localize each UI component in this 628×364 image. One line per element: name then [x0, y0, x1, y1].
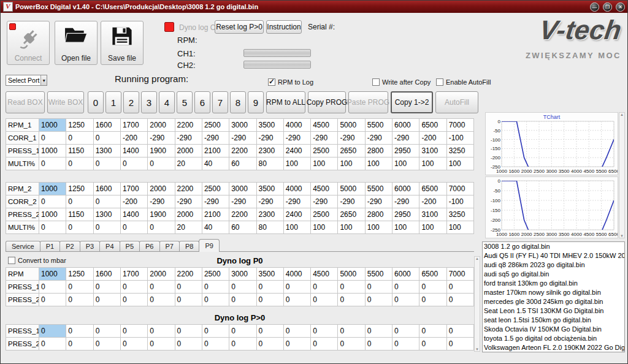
grid-cell[interactable]: -290	[392, 132, 419, 145]
grid-cell[interactable]: 100	[283, 157, 310, 170]
grid-cell[interactable]: 2800	[365, 145, 392, 157]
grid-cell[interactable]: 40	[202, 157, 229, 170]
save-file-button[interactable]: Save file	[101, 21, 144, 65]
grid-cell[interactable]: 1600	[93, 119, 120, 132]
grid-cell[interactable]: -290	[392, 195, 419, 208]
grid-cell[interactable]: 6500	[419, 119, 446, 132]
grid-cell[interactable]: 0	[256, 281, 283, 294]
tab-p1[interactable]: P1	[40, 241, 60, 252]
grid-cell[interactable]: 2650	[338, 208, 365, 221]
grid-cell[interactable]: 2650	[338, 145, 365, 157]
chart-scrollbar[interactable]: ▲▼	[619, 112, 625, 238]
grid-cell[interactable]: 0	[446, 294, 473, 306]
tab-p5[interactable]: P5	[120, 241, 140, 252]
grid-cell[interactable]: 5500	[365, 119, 392, 132]
grid-cell[interactable]: -290	[148, 132, 175, 145]
grid-cell[interactable]: 3100	[419, 208, 446, 221]
grid-cell[interactable]: 3250	[446, 145, 473, 157]
grid-cell[interactable]: 2400	[283, 208, 310, 221]
grid-cell[interactable]: 80	[256, 157, 283, 170]
grid-cell[interactable]: -290	[283, 132, 310, 145]
grid-cell[interactable]: 40	[202, 221, 229, 234]
digit-9-button[interactable]: 9	[248, 91, 264, 113]
grid-cell[interactable]: 0	[39, 281, 66, 294]
grid-cell[interactable]: 100	[419, 221, 446, 234]
grid-cell[interactable]: 2200	[229, 145, 256, 157]
grid-cell[interactable]: 0	[66, 325, 93, 338]
grid-cell[interactable]: 2200	[175, 183, 202, 195]
grid-cell[interactable]: 3500	[256, 268, 283, 281]
file-list-item[interactable]: mercedes gle 300d 245km go digital.bin	[483, 297, 624, 306]
grid-cell[interactable]: 0	[365, 338, 392, 351]
grid-cell[interactable]: 0	[66, 195, 93, 208]
grid-cell[interactable]: 2100	[202, 208, 229, 221]
grid-cell[interactable]: 0	[93, 325, 120, 338]
grid-cell[interactable]: 60	[229, 157, 256, 170]
grid-cell[interactable]: 1000	[39, 119, 66, 132]
grid-cell[interactable]: 1700	[120, 183, 147, 195]
grid-cell[interactable]: 100	[446, 221, 473, 234]
grid-cell[interactable]: 0	[419, 325, 446, 338]
read-box-button[interactable]: Read BOX	[6, 91, 45, 113]
grid-cell[interactable]: 20	[175, 157, 202, 170]
grid-cell[interactable]: 2500	[202, 119, 229, 132]
grid-cell[interactable]: 0	[365, 294, 392, 306]
grid-cell[interactable]: 0	[175, 325, 202, 338]
grid-cell[interactable]: 3000	[229, 119, 256, 132]
grid-cell[interactable]: 0	[311, 338, 338, 351]
grid-cell[interactable]: -200	[419, 132, 446, 145]
grid-cell[interactable]: 0	[39, 195, 66, 208]
grid-cell[interactable]: 1600	[93, 183, 120, 195]
grid-cell[interactable]: 5000	[338, 268, 365, 281]
grid-cell[interactable]: 100	[392, 221, 419, 234]
file-list-item[interactable]: audi q8 286km 2023 go digital.bin	[483, 260, 624, 270]
grid-cell[interactable]: 4000	[283, 268, 310, 281]
grid-cell[interactable]: 0	[39, 338, 66, 351]
grid-cell[interactable]: 2300	[256, 208, 283, 221]
grid-cell[interactable]: 1700	[120, 268, 147, 281]
grid-cell[interactable]: 0	[120, 157, 147, 170]
digit-6-button[interactable]: 6	[194, 91, 210, 113]
digit-3-button[interactable]: 3	[141, 91, 157, 113]
write-after-copy-checkbox[interactable]: Write after Copy	[372, 78, 431, 86]
copy-1-to-2-button[interactable]: Copy 1->2	[391, 91, 433, 113]
grid-cell[interactable]: -290	[311, 132, 338, 145]
grid-cell[interactable]: 2500	[311, 208, 338, 221]
grid-cell[interactable]: 0	[229, 338, 256, 351]
grid-cell[interactable]: 100	[392, 157, 419, 170]
minimize-button[interactable]: —	[590, 2, 599, 12]
grid-cell[interactable]: 0	[202, 325, 229, 338]
grid-cell[interactable]: 100	[338, 157, 365, 170]
grid-cell[interactable]: 0	[392, 338, 419, 351]
grid-cell[interactable]: 1000	[39, 268, 66, 281]
grid-cell[interactable]: -290	[202, 132, 229, 145]
grid-cell[interactable]: 0	[148, 294, 175, 306]
grid-cell[interactable]: 0	[419, 338, 446, 351]
grid-cell[interactable]: 0	[148, 221, 175, 234]
grid-cell[interactable]: 0	[256, 294, 283, 306]
digit-1-button[interactable]: 1	[105, 91, 121, 113]
grid-cell[interactable]: 2200	[175, 268, 202, 281]
file-list-item[interactable]: Volkswagen Arteon FL 2.0 190KM 2022 Go D…	[483, 343, 624, 352]
grid-cell[interactable]: 2100	[202, 145, 229, 157]
grid-cell[interactable]: 2000	[148, 268, 175, 281]
tab-p9[interactable]: P9	[199, 239, 219, 252]
grid-cell[interactable]: 2000	[148, 119, 175, 132]
tab-service[interactable]: Service	[6, 241, 40, 252]
grid-cell[interactable]: 3250	[446, 208, 473, 221]
grid-cell[interactable]: -290	[283, 195, 310, 208]
grid-cell[interactable]: 1900	[148, 145, 175, 157]
grid-cell[interactable]: 1300	[93, 145, 120, 157]
grid-cell[interactable]: 1000	[39, 145, 66, 157]
file-list-item[interactable]: master 170km nowy silnik go digital.bin	[483, 288, 624, 297]
grid-cell[interactable]: 2000	[175, 208, 202, 221]
grid-cell[interactable]: 100	[365, 221, 392, 234]
grid-cell[interactable]: 5000	[338, 183, 365, 195]
grid-cell[interactable]: 2000	[148, 183, 175, 195]
grid-cell[interactable]: 0	[39, 221, 66, 234]
grid-cell[interactable]: 0	[120, 281, 147, 294]
grid-cell[interactable]: 0	[93, 294, 120, 306]
file-list-item[interactable]: Skoda Octavia IV 150KM Go Digital.bin	[483, 325, 624, 334]
dyno-scrollbar[interactable]: ▲▼	[474, 256, 480, 352]
grid-cell[interactable]: 0	[120, 221, 147, 234]
